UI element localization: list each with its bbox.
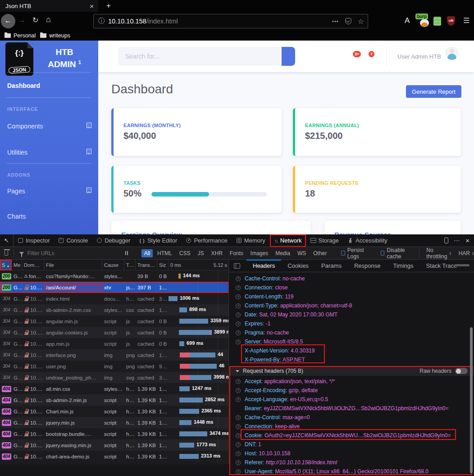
site-info-icon[interactable]: ⓘ	[98, 17, 105, 25]
filter-pill-fonts[interactable]: Fonts	[227, 249, 246, 257]
filter-pill-xhr[interactable]: XHR	[208, 249, 225, 257]
json-logo[interactable]: {:} JSON	[5, 42, 33, 76]
request-row[interactable]: 404G…10.…sb-admin-2.min.jsscripth…1.39 K…	[0, 394, 229, 406]
menu-hamburger-icon[interactable]: ☰	[463, 16, 469, 25]
filter-urls-input[interactable]	[27, 250, 97, 256]
horizontal-scrollbar[interactable]	[454, 264, 469, 266]
request-row[interactable]: 404G…10.…chart-area-demo.jsscripth…1.39 …	[0, 451, 229, 462]
home-button[interactable]: ⌂	[46, 15, 51, 24]
persist-logs-checkbox[interactable]: Persist Logs	[341, 247, 369, 260]
new-tab-button[interactable]: +	[103, 0, 114, 12]
avatar[interactable]	[445, 46, 459, 60]
generate-report-button[interactable]: Generate Report	[406, 85, 461, 98]
question-icon[interactable]: ?	[236, 424, 241, 429]
column-status[interactable]: S ▲	[0, 260, 12, 270]
question-icon[interactable]: ?	[236, 303, 241, 308]
filter-pill-js[interactable]: JS	[195, 249, 206, 257]
filter-pill-html[interactable]: HTML	[155, 249, 175, 257]
extension-a-icon[interactable]: A	[405, 16, 410, 25]
alerts-badge[interactable]: 3+	[353, 51, 361, 57]
question-icon[interactable]: ?	[236, 312, 241, 317]
tab-style-editor[interactable]: { }Style Editor	[135, 234, 182, 247]
details-tab-timings[interactable]: Timings	[387, 260, 419, 272]
forward-button[interactable]: →	[18, 16, 26, 25]
tab-network[interactable]: ↑↓Network	[270, 234, 306, 247]
request-row[interactable]: 304G…10.…undraw_posting_ph…imgsvgcached3…	[0, 372, 229, 383]
tab-inspector[interactable]: Inspector	[14, 234, 54, 247]
question-icon[interactable]: ?	[236, 388, 241, 393]
sidebar-item-utilities[interactable]: Utilities	[7, 149, 27, 156]
reload-button[interactable]: ↻	[32, 16, 38, 24]
question-icon[interactable]: ?	[236, 442, 241, 447]
search-button[interactable]	[282, 47, 295, 66]
question-icon[interactable]: ?	[236, 397, 241, 402]
messages-badge[interactable]: 7	[369, 51, 374, 57]
search-input[interactable]	[118, 47, 282, 66]
filter-pill-css[interactable]: CSS	[177, 249, 193, 257]
question-icon[interactable]: ?	[236, 451, 241, 456]
back-button[interactable]: ←	[1, 14, 15, 28]
request-row[interactable]: 304G…10.…app.min.jsscriptjscached0 B699 …	[0, 338, 229, 349]
column-cause[interactable]: Cause	[102, 260, 124, 270]
details-tab-cookies[interactable]: Cookies	[281, 260, 315, 272]
request-row[interactable]: 304G…10.…index.htmldocu…h…cached3…1006 m…	[0, 293, 229, 304]
request-row[interactable]: 200G…⚠fon…css?family=Nunito:…styles…39 B…	[0, 270, 229, 282]
extension-green-icon[interactable]	[433, 17, 441, 26]
close-tab-icon[interactable]: ×	[90, 2, 94, 10]
responsive-design-icon[interactable]	[444, 238, 448, 243]
raw-headers-toggle[interactable]	[455, 368, 468, 374]
bookmark-folder-personal[interactable]: Personal	[5, 32, 36, 39]
request-row[interactable]: 304G…10.…angular.min.jsscriptjscached0 B…	[0, 316, 229, 327]
sidebar-item-charts[interactable]: Charts	[7, 213, 26, 220]
filter-pill-images[interactable]: Images	[248, 249, 271, 257]
request-row[interactable]: 304G…10.…interface.pngimgpngcached1…44	[0, 349, 229, 361]
details-tab-params[interactable]: Params	[315, 260, 348, 272]
column-timeline[interactable]: 0 ms5.12 s	[169, 260, 229, 270]
column-transferred[interactable]: Trans…	[136, 260, 157, 270]
ublock-origin-icon[interactable]: uB	[447, 16, 455, 26]
question-icon[interactable]: ?	[236, 330, 241, 335]
burp-extension-icon[interactable]: burp	[418, 14, 432, 28]
vertical-scrollbar[interactable]	[470, 327, 473, 473]
request-row[interactable]: 304G…10.…sb-admin-2.min.cssstyles…csscac…	[0, 304, 229, 316]
details-tab-response[interactable]: Response	[348, 260, 387, 272]
filter-pill-media[interactable]: Media	[273, 249, 293, 257]
bookmark-folder-writeups[interactable]: writeups	[40, 32, 70, 39]
devtools-menu-icon[interactable]: ⋯	[454, 237, 460, 244]
question-icon[interactable]: ?	[236, 469, 241, 474]
request-row[interactable]: 404G…10.…jquery.easing.min.jsscripth…1.3…	[0, 439, 229, 451]
question-icon[interactable]: ?	[236, 294, 241, 299]
question-icon[interactable]: ?	[236, 339, 241, 344]
column-file[interactable]: File	[44, 260, 102, 270]
tab-debugger[interactable]: Debugger	[92, 234, 135, 247]
filter-pill-all[interactable]: All	[141, 249, 153, 257]
request-row[interactable]: 404G…10.…Chart.min.jsscripth…1.39 KB1…23…	[0, 406, 229, 417]
sidebar-item-dashboard[interactable]: Dashboard	[7, 82, 40, 89]
column-type[interactable]: T…	[124, 260, 136, 270]
request-row[interactable]: 404G…10.…bootstrap.bundle.…scripth…1.39 …	[0, 428, 229, 439]
tab-console[interactable]: Console	[54, 234, 92, 247]
pause-icon[interactable]	[125, 251, 128, 255]
bookmark-star-icon[interactable]: ☆	[358, 17, 364, 26]
clear-requests-icon[interactable]	[5, 251, 8, 256]
question-icon[interactable]: ?	[236, 321, 241, 326]
question-icon[interactable]: ?	[236, 276, 241, 281]
request-headers-section[interactable]: Request headers (705 B) Raw headers	[229, 366, 474, 376]
question-icon[interactable]: ?	[236, 285, 241, 290]
question-icon[interactable]: ?	[236, 415, 241, 420]
user-name[interactable]: User Admin HTB	[397, 53, 441, 60]
browser-tab[interactable]: Json HTB ×	[0, 0, 98, 12]
split-panel-icon[interactable]	[234, 263, 240, 269]
page-actions-icon[interactable]: •••	[332, 18, 339, 24]
pick-element-icon[interactable]: ↖	[0, 234, 14, 247]
sidebar-item-pages[interactable]: Pages	[7, 188, 25, 195]
question-icon[interactable]: ?	[236, 433, 241, 438]
tab-memory[interactable]: Memory	[232, 234, 270, 247]
question-icon[interactable]: ?	[236, 379, 241, 384]
close-devtools-icon[interactable]: ×	[465, 237, 469, 244]
request-row[interactable]: 404G…10.…all.min.cssstyles…h…1.39 KB1…12…	[0, 383, 229, 394]
column-domain[interactable]: Dom…	[22, 260, 44, 270]
column-size[interactable]: Siz	[157, 260, 169, 270]
request-row[interactable]: 304G…10.…angular-cookies.jsscriptjscache…	[0, 327, 229, 338]
url-bar[interactable]: ⓘ 10.10.10.158 /index.html ••• ☆	[93, 14, 368, 28]
